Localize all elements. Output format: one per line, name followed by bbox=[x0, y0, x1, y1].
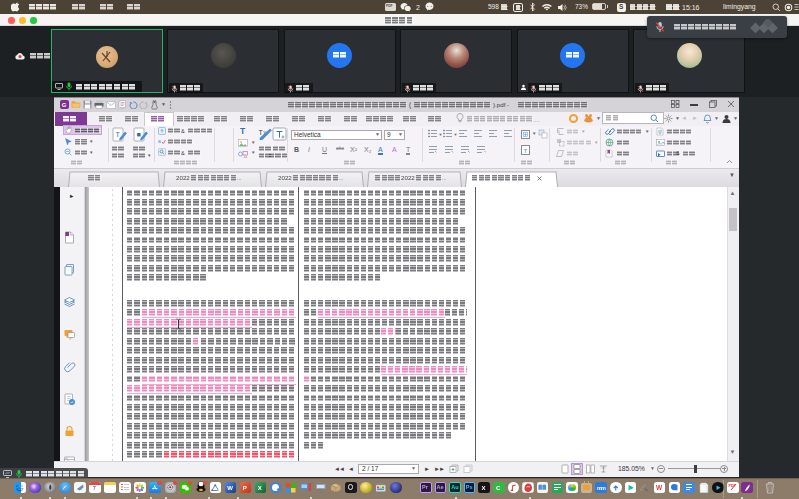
svg-text:T: T bbox=[259, 129, 264, 136]
svg-text:a: a bbox=[158, 138, 161, 144]
svg-text:■: ■ bbox=[137, 131, 141, 138]
svg-text:T: T bbox=[116, 131, 121, 138]
